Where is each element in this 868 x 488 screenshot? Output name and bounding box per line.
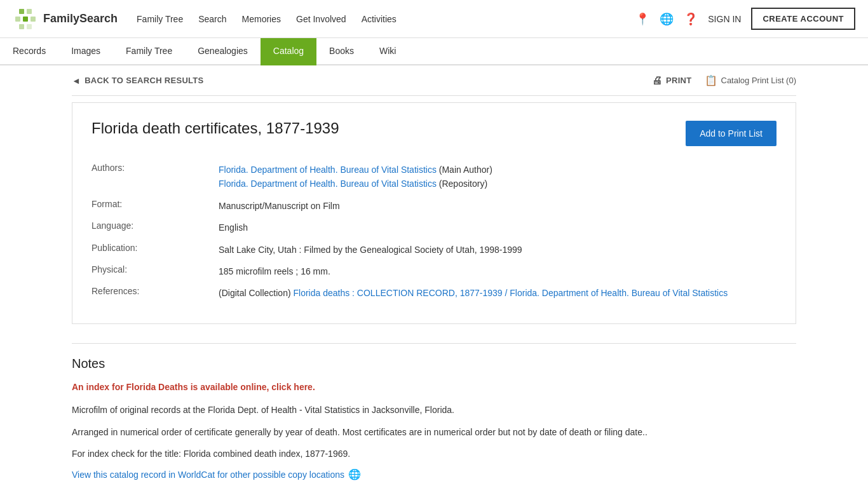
nav-family-tree[interactable]: Family Tree (137, 11, 183, 27)
svg-rect-3 (15, 17, 20, 22)
notes-text-2: Arranged in numerical order of certifica… (72, 425, 796, 439)
familysearch-logo-icon (13, 6, 38, 32)
back-chevron-icon: ◄ (72, 76, 81, 86)
publication-label: Publication: (92, 243, 219, 253)
physical-row: Physical: 185 microfilm reels ; 16 mm. (92, 261, 776, 282)
create-account-button[interactable]: CREATE ACCOUNT (751, 8, 855, 30)
catalog-print-list-label: Catalog Print List (0) (721, 76, 797, 85)
notes-title: Notes (72, 356, 796, 371)
physical-label: Physical: (92, 264, 219, 274)
language-value: English (219, 220, 248, 234)
notes-highlight-text: An index for Florida Deaths is available… (72, 382, 294, 392)
record-title: Florida death certificates, 1877-1939 (92, 118, 339, 138)
publication-row: Publication: Salt Lake City, Utah : Film… (92, 239, 776, 261)
nav-memories[interactable]: Memories (242, 11, 281, 27)
svg-rect-6 (19, 24, 24, 29)
print-button[interactable]: 🖨 PRINT (652, 75, 692, 86)
header-right: 📍 🌐 ❓ SIGN IN CREATE ACCOUNT (635, 8, 855, 30)
worldcat-link[interactable]: View this catalog record in WorldCat for… (72, 468, 796, 480)
header: FamilySearch Family Tree Search Memories… (0, 0, 868, 38)
nav-get-involved[interactable]: Get Involved (296, 11, 346, 27)
format-value: Manuscript/Manuscript on Film (219, 199, 340, 213)
notes-highlight-link[interactable]: here. (294, 382, 315, 392)
nav-search[interactable]: Search (198, 11, 226, 27)
references-label: References: (92, 286, 219, 296)
physical-value: 185 microfilm reels ; 16 mm. (219, 264, 330, 278)
svg-rect-5 (31, 17, 36, 22)
print-label: PRINT (666, 76, 692, 85)
back-to-search-link[interactable]: ◄ BACK TO SEARCH RESULTS (72, 76, 204, 86)
sub-nav-images[interactable]: Images (58, 38, 113, 65)
catalog-print-list-button[interactable]: 📋 Catalog Print List (0) (705, 74, 797, 86)
bar-right: 🖨 PRINT 📋 Catalog Print List (0) (652, 74, 796, 86)
logo[interactable]: FamilySearch (13, 6, 118, 32)
nav-activities[interactable]: Activities (362, 11, 397, 27)
sub-nav-family-tree[interactable]: Family Tree (113, 38, 185, 65)
back-bar: ◄ BACK TO SEARCH RESULTS 🖨 PRINT 📋 Catal… (72, 65, 796, 96)
sub-nav-genealogies[interactable]: Genealogies (185, 38, 261, 65)
language-row: Language: English (92, 217, 776, 238)
author-link-1[interactable]: Florida. Department of Health. Bureau of… (219, 165, 437, 175)
sub-nav-catalog[interactable]: Catalog (261, 38, 316, 65)
notes-section: Notes An index for Florida Deaths is ava… (72, 343, 796, 488)
svg-rect-7 (27, 24, 32, 29)
sub-nav-wiki[interactable]: Wiki (367, 38, 409, 65)
add-to-print-button[interactable]: Add to Print List (686, 121, 776, 146)
record-header: Florida death certificates, 1877-1939 Ad… (92, 118, 776, 146)
language-label: Language: (92, 220, 219, 231)
references-link[interactable]: Florida deaths : COLLECTION RECORD, 1877… (293, 288, 728, 298)
author-role-2: (Repository) (437, 179, 487, 189)
main-nav: Family Tree Search Memories Get Involved… (137, 11, 635, 27)
authors-value: Florida. Department of Health. Bureau of… (219, 163, 492, 191)
language-icon[interactable]: 🌐 (660, 12, 674, 26)
format-label: Format: (92, 199, 219, 209)
notes-text-1: Microfilm of original records at the Flo… (72, 403, 796, 417)
help-icon[interactable]: ❓ (684, 12, 698, 26)
print-icon: 🖨 (652, 75, 662, 86)
print-list-icon: 📋 (705, 74, 717, 86)
record-details: Authors: Florida. Department of Health. … (92, 159, 776, 304)
content-wrapper: ◄ BACK TO SEARCH RESULTS 🖨 PRINT 📋 Catal… (59, 65, 809, 488)
svg-rect-2 (27, 9, 32, 14)
worldcat-icon: 🌐 (348, 468, 361, 480)
author-link-2[interactable]: Florida. Department of Health. Bureau of… (219, 179, 437, 189)
references-row: References: (Digital Collection) Florida… (92, 282, 776, 304)
authors-row: Authors: Florida. Department of Health. … (92, 159, 776, 195)
sub-nav: Records Images Family Tree Genealogies C… (0, 38, 868, 65)
notes-text-3: For index check for the title: Florida c… (72, 447, 796, 461)
worldcat-link-text: View this catalog record in WorldCat for… (72, 470, 344, 480)
svg-rect-1 (19, 9, 24, 14)
sub-nav-books[interactable]: Books (316, 38, 367, 65)
record-card: Florida death certificates, 1877-1939 Ad… (72, 102, 796, 324)
references-value: (Digital Collection) Florida deaths : CO… (219, 286, 728, 300)
svg-rect-4 (23, 17, 28, 22)
authors-label: Authors: (92, 163, 219, 173)
sign-in-button[interactable]: SIGN IN (708, 14, 741, 24)
notes-highlight: An index for Florida Deaths is available… (72, 380, 796, 394)
back-label: BACK TO SEARCH RESULTS (85, 76, 203, 85)
location-icon[interactable]: 📍 (635, 12, 649, 26)
author-role-1: (Main Author) (437, 165, 492, 175)
publication-value: Salt Lake City, Utah : Filmed by the Gen… (219, 243, 522, 257)
sub-nav-records[interactable]: Records (0, 38, 58, 65)
logo-text: FamilySearch (43, 12, 118, 25)
format-row: Format: Manuscript/Manuscript on Film (92, 195, 776, 217)
references-prefix: (Digital Collection) (219, 288, 293, 298)
